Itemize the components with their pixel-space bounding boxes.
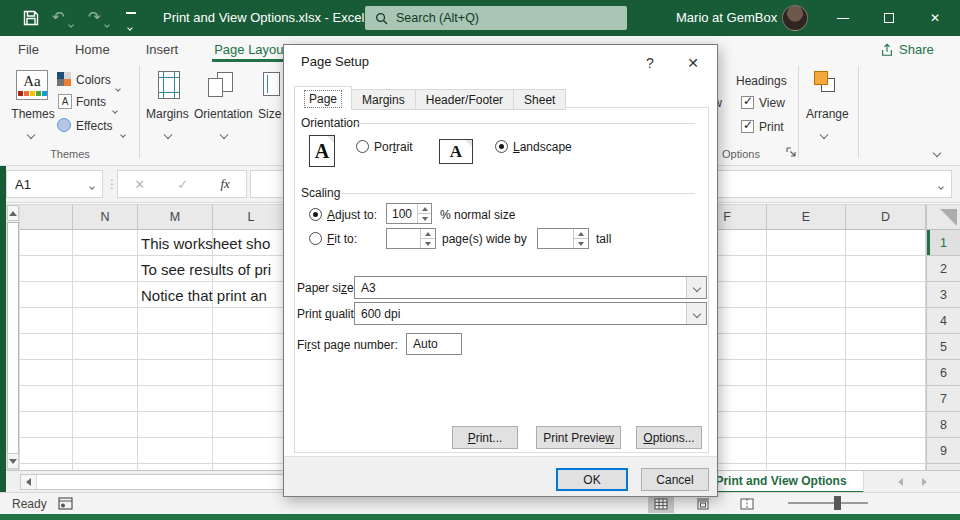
zoom-slider[interactable]	[788, 502, 868, 504]
maximize-button[interactable]	[866, 0, 912, 36]
row-header-6[interactable]: 6	[927, 360, 960, 386]
row-header-9[interactable]: 9	[927, 438, 960, 464]
select-all-corner[interactable]	[926, 204, 960, 230]
row-header-3[interactable]: 3	[927, 282, 960, 308]
ribbon-tab-home[interactable]: Home	[73, 36, 112, 62]
name-box[interactable]: A1	[6, 170, 103, 198]
minimize-button[interactable]: —	[820, 0, 866, 36]
spin-down-icon[interactable]	[418, 214, 431, 223]
print-preview-button[interactable]: Print Preview	[536, 426, 621, 449]
cell-text-row-2[interactable]: To see results of pri	[141, 261, 271, 278]
row-header-4[interactable]: 4	[927, 308, 960, 334]
column-header-N[interactable]: N	[73, 204, 138, 230]
collapse-ribbon-icon[interactable]	[933, 149, 941, 157]
row-header-8[interactable]: 8	[927, 412, 960, 438]
adjust-to-radio[interactable]	[309, 208, 322, 221]
zoom-slider-handle[interactable]	[834, 496, 841, 510]
spin-up-icon[interactable]	[574, 229, 588, 239]
fit-tall-spinner[interactable]	[537, 228, 589, 249]
fit-wide-spinner[interactable]	[386, 228, 436, 249]
spin-up-icon[interactable]	[421, 229, 435, 239]
chevron-down-icon[interactable]	[686, 303, 706, 324]
view-page-layout-button[interactable]	[690, 495, 716, 513]
orientation-button[interactable]: Orientation	[194, 107, 253, 121]
view-page-break-button[interactable]	[734, 495, 760, 513]
cancel-entry-icon[interactable]: ✕	[134, 177, 145, 192]
help-button[interactable]: ?	[639, 52, 661, 74]
enter-icon[interactable]: ✓	[177, 177, 188, 192]
column-header-E[interactable]: E	[767, 204, 846, 230]
scroll-down-button[interactable]	[7, 453, 19, 469]
chevron-down-icon[interactable]	[686, 277, 706, 298]
cell-text-row-3[interactable]: Notice that print an	[141, 287, 267, 304]
themes-button[interactable]: Themes	[11, 107, 55, 121]
spin-up-icon[interactable]	[418, 204, 431, 214]
sheet-tab[interactable]: Print and View Options	[698, 471, 864, 493]
macro-record-icon[interactable]	[58, 497, 73, 510]
redo-chevron-icon[interactable]	[104, 22, 110, 28]
row-header-7[interactable]: 7	[927, 386, 960, 412]
options-button[interactable]: Options...	[636, 426, 702, 449]
print-button[interactable]: Print...	[452, 426, 518, 449]
fit-to-radio[interactable]	[309, 232, 322, 245]
spin-down-icon[interactable]	[574, 239, 588, 248]
undo-chevron-icon[interactable]	[68, 22, 74, 28]
expand-formula-bar-icon[interactable]	[938, 184, 944, 190]
effects-chevron-icon[interactable]	[120, 132, 126, 138]
arrange-button[interactable]: Arrange	[806, 107, 849, 121]
paper-size-select[interactable]: A3	[354, 276, 707, 299]
print-quality-select[interactable]: 600 dpi	[354, 302, 707, 325]
effects-button[interactable]: Effects	[76, 119, 112, 133]
adjust-to-label[interactable]: Adjust to:	[327, 208, 377, 222]
insert-function-icon[interactable]: fx	[220, 176, 229, 192]
arrange-chevron-icon[interactable]	[820, 131, 828, 139]
landscape-radio[interactable]	[495, 140, 508, 153]
spin-down-icon[interactable]	[421, 239, 435, 248]
close-button[interactable]: ✕	[912, 0, 958, 36]
ok-button[interactable]: OK	[556, 468, 628, 491]
view-normal-button[interactable]	[648, 495, 674, 513]
portrait-radio[interactable]	[356, 140, 369, 153]
close-button[interactable]: ✕	[682, 52, 704, 74]
scroll-left-button[interactable]	[21, 475, 37, 489]
dialog-tab-sheet[interactable]: Sheet	[514, 89, 566, 110]
row-header-2[interactable]: 2	[927, 256, 960, 282]
portrait-label[interactable]: Portrait	[374, 140, 413, 154]
account-name[interactable]: Mario at GemBox	[676, 10, 777, 25]
headings-view-checkbox[interactable]	[741, 96, 754, 109]
ribbon-tab-file[interactable]: File	[16, 36, 41, 62]
row-header-1[interactable]: 1	[927, 230, 960, 256]
tab-scroll-left-icon[interactable]	[898, 478, 903, 486]
first-page-number-input[interactable]: Auto	[406, 333, 462, 355]
tab-scroll-right-icon[interactable]	[922, 478, 927, 486]
column-header-L[interactable]: L	[213, 204, 290, 230]
customize-toolbar-chevron-icon[interactable]	[127, 25, 133, 31]
cancel-button[interactable]: Cancel	[641, 468, 709, 491]
landscape-label[interactable]: Landscape	[513, 140, 572, 154]
margins-button[interactable]: Margins	[146, 107, 189, 121]
vertical-scroll-thumb[interactable]	[7, 222, 19, 454]
avatar[interactable]	[782, 5, 808, 31]
row-header-5[interactable]: 5	[927, 334, 960, 360]
column-header-D[interactable]: D	[846, 204, 926, 230]
name-box-chevron-icon[interactable]	[89, 184, 95, 190]
dialog-tab-page[interactable]: Page	[294, 86, 352, 110]
column-header-M[interactable]: M	[138, 204, 213, 230]
ribbon-tab-insert[interactable]: Insert	[144, 36, 181, 62]
themes-chevron-icon[interactable]	[27, 131, 35, 139]
fonts-chevron-icon[interactable]	[112, 108, 118, 114]
cell-text-row-1[interactable]: This worksheet sho	[141, 235, 270, 252]
scroll-up-button[interactable]	[7, 205, 19, 221]
size-button[interactable]: Size	[258, 107, 281, 121]
redo-icon[interactable]: ↷	[88, 8, 101, 26]
orientation-chevron-icon[interactable]	[220, 131, 228, 139]
undo-icon[interactable]: ↶	[52, 8, 65, 26]
fonts-button[interactable]: Fonts	[76, 95, 106, 109]
ribbon-tab-page-layout[interactable]: Page Layout	[212, 36, 289, 62]
themes-icon[interactable]: Aa	[16, 70, 48, 100]
margins-chevron-icon[interactable]	[164, 131, 172, 139]
fit-to-label[interactable]: Fit to:	[327, 232, 357, 246]
dialog-launcher-icon[interactable]	[786, 147, 797, 158]
headings-print-checkbox[interactable]	[741, 120, 754, 133]
dialog-tab-header-footer[interactable]: Header/Footer	[416, 89, 514, 110]
